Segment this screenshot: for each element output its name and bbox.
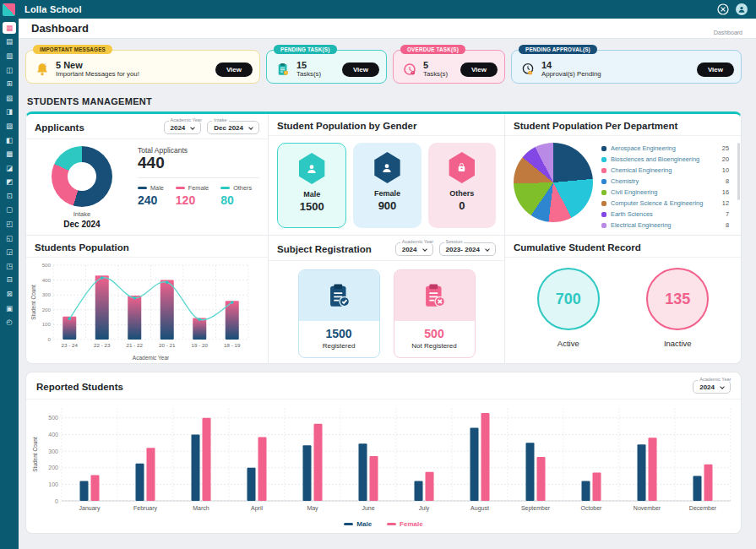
applicants-title: Applicants: [35, 122, 84, 133]
chevron-down-icon: [422, 247, 427, 252]
subject-academic-year-select[interactable]: Academic Year 2024: [395, 242, 433, 256]
sidebar-item-item-6[interactable]: ▧: [3, 92, 16, 104]
subject-session-select[interactable]: Session 2023- 2024: [439, 242, 496, 256]
important-messages-card: IMPORTANT MESSAGES 5 New Important Messa…: [25, 50, 260, 84]
students-population-chart: 010020030040050023 - 2422 - 2321 - 2220 …: [30, 259, 255, 362]
chevron-down-icon: [248, 125, 253, 130]
applicants-legend: Male 240 Female 120 Others 80: [138, 184, 259, 207]
subject-registration-title: Subject Registration: [277, 244, 372, 254]
sidebar-item-dashboard[interactable]: ▦: [3, 22, 16, 34]
sidebar-item-item-14[interactable]: ▢: [3, 204, 16, 216]
department-legend: Aerospace Engineering25Biosciences and B…: [596, 141, 736, 230]
sidebar-item-item-18[interactable]: ◳: [3, 260, 16, 272]
gender-tile-female: Female 900: [353, 143, 421, 228]
legend-scrollbar[interactable]: [737, 143, 740, 200]
sidebar: ▦▤▥◫⊞▧◨▨◧▩◪◩⊡▢◰◱◲◳⊟⊠▣◴: [0, 19, 19, 549]
department-population-card: Student Population Per Department Aerosp…: [505, 114, 741, 235]
section-title: STUDENTS MANAGEMENT: [27, 96, 742, 106]
clock-approval-icon: [520, 62, 536, 77]
overdue-tasks-label: Tasks(s): [423, 71, 448, 79]
svg-text:20 - 21: 20 - 21: [159, 342, 176, 348]
sidebar-item-item-13[interactable]: ⊡: [3, 190, 16, 202]
svg-text:300: 300: [42, 291, 52, 297]
subject-registration-card: Subject Registration Academic Year 2024 …: [269, 235, 505, 363]
pending-tasks-label: Tasks(s): [296, 71, 321, 79]
sidebar-item-item-2[interactable]: ▤: [3, 36, 16, 48]
top-bar: Lolla School: [0, 0, 756, 19]
department-legend-item: Computer Science & Engineering12: [601, 198, 729, 209]
students-management-panel: Applicants Academic Year 2024 Intake Dec…: [25, 111, 742, 364]
applicants-intake-select[interactable]: Intake Dec 2024: [207, 121, 259, 134]
legend-item-others: Others 80: [220, 184, 252, 207]
gender-title: Student Population by Gender: [277, 121, 416, 131]
sidebar-item-item-17[interactable]: ◲: [3, 247, 16, 258]
page-title: Dashboard: [31, 22, 89, 35]
legend-item-female: Female 120: [176, 184, 209, 207]
legend-item-male: Male 240: [138, 184, 164, 207]
svg-text:500: 500: [48, 415, 58, 421]
sidebar-item-item-10[interactable]: ▩: [3, 148, 16, 160]
svg-text:19 - 20: 19 - 20: [192, 342, 209, 348]
reported-students-title: Reported Students: [36, 382, 123, 392]
pending-approvals-card: PENDING APPROVAL(S) 14 Approval(s) Pendi…: [511, 50, 742, 84]
svg-text:September: September: [521, 505, 551, 512]
svg-text:0: 0: [55, 498, 58, 504]
overdue-tasks-card: OVERDUE TASK(S) 5 Tasks(s) View: [393, 50, 505, 84]
svg-text:May: May: [307, 505, 318, 512]
legend-male: Male: [344, 520, 372, 528]
sidebar-item-item-3[interactable]: ▥: [3, 50, 16, 62]
sidebar-item-item-7[interactable]: ◨: [3, 106, 16, 118]
sidebar-item-item-15[interactable]: ◰: [3, 218, 16, 230]
cumulative-title: Cumulative Student Record: [514, 242, 641, 253]
svg-text:Student Count: Student Count: [32, 437, 38, 472]
donut-hole: [68, 162, 96, 191]
reported-students-panel: Reported Students Academic Year 2024 010…: [25, 372, 742, 534]
pending-tasks-badge: PENDING TASK(S): [274, 45, 337, 54]
gender-tile-others: Others 0: [428, 143, 496, 228]
app-title: Lolla School: [24, 4, 82, 14]
male-hexagon-icon: [298, 153, 326, 184]
reported-students-legend: Male Female: [26, 519, 741, 533]
active-students-stat: 700 Active: [537, 268, 600, 348]
svg-text:October: October: [581, 505, 603, 511]
page-header: Dashboard Dashboard: [19, 19, 756, 39]
sidebar-item-item-8[interactable]: ▨: [3, 120, 16, 132]
sidebar-item-item-11[interactable]: ◪: [3, 162, 16, 174]
svg-text:December: December: [689, 505, 717, 511]
sidebar-item-item-19[interactable]: ⊟: [3, 274, 16, 286]
svg-text:500: 500: [42, 262, 52, 268]
sidebar-item-item-5[interactable]: ⊞: [3, 78, 16, 90]
pending-tasks-view-button[interactable]: View: [342, 63, 379, 77]
applicants-donut-chart: [52, 146, 112, 207]
tasks-clipboard-icon: [275, 62, 291, 77]
gender-tile-male: Male 1500: [277, 143, 346, 228]
chevron-down-icon: [190, 125, 195, 130]
department-pie-chart: [514, 143, 593, 222]
department-legend-item: Civil Engineering16: [601, 187, 729, 198]
applicants-academic-year-select[interactable]: Academic Year 2024: [164, 121, 202, 134]
department-title: Student Population Per Department: [514, 121, 677, 131]
user-avatar[interactable]: [736, 3, 748, 15]
breadcrumb[interactable]: Dashboard: [714, 30, 742, 35]
sidebar-item-item-21[interactable]: ▣: [3, 302, 16, 314]
svg-text:0: 0: [48, 336, 52, 342]
overdue-tasks-view-button[interactable]: View: [460, 63, 498, 77]
svg-text:300: 300: [48, 448, 58, 454]
svg-text:400: 400: [42, 277, 52, 283]
svg-text:April: April: [251, 505, 263, 512]
pending-approvals-label: Approval(s) Pending: [541, 71, 601, 79]
sidebar-item-item-12[interactable]: ◩: [3, 177, 16, 188]
sidebar-item-item-16[interactable]: ◱: [3, 232, 16, 244]
reported-academic-year-select[interactable]: Academic Year 2024: [693, 380, 731, 394]
not-registered-tile: 500 Not Registered: [394, 269, 476, 358]
svg-text:22 - 23: 22 - 23: [94, 342, 111, 348]
sidebar-item-item-9[interactable]: ◧: [3, 134, 16, 146]
sidebar-item-item-22[interactable]: ◴: [3, 316, 16, 328]
sidebar-item-item-20[interactable]: ⊠: [3, 288, 16, 300]
sidebar-item-item-4[interactable]: ◫: [3, 64, 16, 76]
messages-view-button[interactable]: View: [215, 63, 253, 77]
svg-text:100: 100: [42, 321, 52, 327]
pending-approvals-view-button[interactable]: View: [697, 63, 734, 77]
apps-icon[interactable]: [717, 3, 729, 15]
svg-text:200: 200: [42, 307, 52, 313]
